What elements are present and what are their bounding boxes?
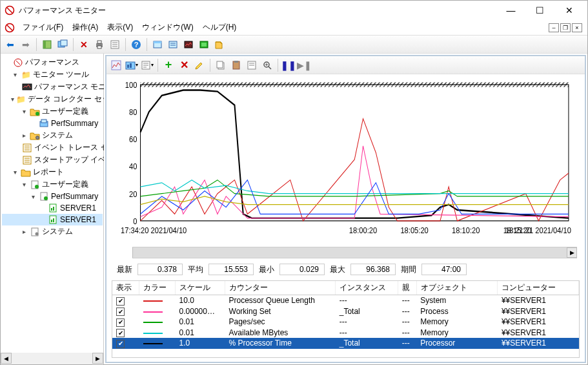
expand-icon[interactable]: ▾ (11, 169, 19, 176)
tb-icon-2[interactable] (166, 37, 180, 52)
cell-scale: 0.01 (176, 328, 225, 339)
back-button[interactable]: ⬅ (3, 37, 17, 52)
copy-button[interactable] (214, 58, 228, 72)
mdi-close[interactable]: × (572, 23, 582, 32)
col-counter[interactable]: カウンター (225, 281, 336, 295)
tree-root[interactable]: パフォーマンス (2, 56, 103, 68)
menu-help[interactable]: ヘルプ(H) (199, 21, 241, 34)
tree-perfsummary-label: PerfSummary (51, 119, 98, 128)
legend-row[interactable]: ✔0.01Pages/sec------Memory¥¥SERVER1 (112, 317, 579, 328)
legend-row[interactable]: ✔10.0Processor Queue Length------System¥… (112, 295, 579, 306)
svg-line-24 (16, 61, 20, 65)
legend-row[interactable]: ✔1.0% Processor Time_Total---Processor¥¥… (112, 338, 579, 349)
expand-icon[interactable]: ▾ (20, 181, 28, 188)
show-checkbox[interactable]: ✔ (116, 318, 125, 327)
tree-hscroll[interactable]: ◀ ▶ (1, 353, 103, 364)
expand-icon[interactable]: ▸ (20, 132, 28, 139)
tree-reports-system[interactable]: ▸ システム (2, 225, 103, 238)
show-checkbox[interactable]: ✔ (116, 308, 125, 316)
add-counter-button[interactable]: + (161, 58, 176, 72)
delete-button[interactable]: ✕ (77, 37, 91, 52)
tree-perf-monitor[interactable]: パフォーマンス モニター (2, 81, 103, 93)
tree-system[interactable]: ▸ システム (2, 129, 103, 141)
forward-button[interactable]: ➡ (19, 37, 33, 52)
trace-icon (22, 143, 32, 153)
expand-icon[interactable]: ▾ (20, 108, 28, 115)
nav-tree[interactable]: パフォーマンス ▾📁 モニター ツール パフォーマンス モニター ▾📁 データ … (1, 54, 104, 353)
remove-counter-button[interactable]: ✕ (177, 58, 191, 72)
col-scale[interactable]: スケール (176, 281, 225, 295)
tree-server1a[interactable]: SERVER1 (2, 202, 103, 214)
expand-icon[interactable]: ▾ (11, 96, 14, 103)
cell-counter: Available MBytes (225, 328, 336, 339)
zoom-button[interactable] (260, 58, 274, 72)
scroll-left-icon[interactable]: ◀ (1, 353, 12, 364)
tree-perfsummary[interactable]: PerfSummary (2, 118, 103, 129)
properties-chart-button[interactable] (245, 58, 259, 72)
main-toolbar: ⬅ ➡ ✕ ? (1, 36, 587, 54)
new-window-button[interactable] (56, 37, 70, 52)
minimize-button[interactable]: — (496, 1, 525, 19)
tree-server1b[interactable]: SERVER1 (2, 214, 103, 225)
col-object[interactable]: オブジェクト (416, 281, 498, 295)
chart[interactable]: 02040608010017:34:20 2021/04/1018:21:21 … (106, 74, 585, 247)
scroll-right-icon[interactable]: ▶ (567, 247, 577, 258)
show-checkbox[interactable]: ✔ (116, 329, 125, 337)
tree-reports[interactable]: ▾ レポート (2, 166, 103, 178)
tree-user-defined[interactable]: ▾ ユーザー定義 (2, 105, 103, 118)
tree-monitor-tools[interactable]: ▾📁 モニター ツール (2, 68, 103, 81)
maximize-button[interactable]: ☐ (525, 1, 554, 19)
paste-button[interactable] (229, 58, 243, 72)
expand-icon[interactable]: ▾ (11, 71, 19, 78)
tree-reports-user[interactable]: ▾ ユーザー定義 (2, 178, 103, 191)
show-hide-tree-button[interactable] (40, 37, 54, 52)
show-checkbox[interactable]: ✔ (116, 340, 125, 348)
tree-startup-label: スタートアップ イベント (34, 154, 104, 165)
view-histogram-button[interactable]: ▾ (125, 58, 139, 72)
expand-icon[interactable]: ▾ (29, 193, 37, 200)
tree-reports-perfsummary[interactable]: ▾ PerfSummary (2, 191, 103, 202)
tb-icon-4[interactable] (197, 37, 211, 52)
expand-icon[interactable]: ▸ (20, 228, 28, 235)
scroll-right-icon[interactable]: ▶ (92, 353, 103, 364)
chart-hscroll[interactable]: ◀ ▶ (132, 247, 577, 258)
legend-scroll[interactable]: 表示 カラー スケール カウンター インスタンス 親 オブジェクト コンピュータ… (112, 281, 579, 357)
svg-text:17:34:20 2021/04/10: 17:34:20 2021/04/10 (121, 225, 187, 235)
tree-startup[interactable]: スタートアップ イベント (2, 154, 103, 166)
tb-icon-3[interactable] (181, 37, 196, 52)
legend-header-row: 表示 カラー スケール カウンター インスタンス 親 オブジェクト コンピュータ… (112, 281, 579, 295)
report-item-icon (48, 214, 58, 225)
show-checkbox[interactable]: ✔ (116, 297, 125, 306)
freeze-button[interactable]: ❚❚ (281, 58, 296, 72)
col-instance[interactable]: インスタンス (336, 281, 398, 295)
tree-event-trace[interactable]: イベント トレース セッション (2, 141, 103, 154)
legend-row[interactable]: ✔0.00000…Working Set_Total---Process¥¥SE… (112, 306, 579, 317)
menu-view[interactable]: 表示(V) (103, 21, 137, 34)
col-parent[interactable]: 親 (398, 281, 417, 295)
svg-text:?: ? (134, 41, 139, 48)
tb-icon-1[interactable] (150, 37, 165, 52)
properties-button[interactable] (108, 37, 122, 52)
menu-file[interactable]: ファイル(F) (19, 21, 67, 34)
col-show[interactable]: 表示 (112, 281, 139, 295)
menu-window[interactable]: ウィンドウ(W) (138, 21, 197, 34)
help-button[interactable]: ? (129, 37, 143, 52)
mdi-minimize[interactable]: – (549, 23, 559, 32)
col-color[interactable]: カラー (139, 281, 176, 295)
col-computer[interactable]: コンピューター (498, 281, 579, 295)
tree-dcs[interactable]: ▾📁 データ コレクター セット (2, 93, 103, 105)
print-button[interactable] (92, 37, 106, 52)
highlight-button[interactable] (192, 58, 207, 72)
legend-row[interactable]: ✔0.01Available MBytes------Memory¥¥SERVE… (112, 328, 579, 339)
view-graph-button[interactable] (109, 58, 123, 72)
tb-icon-5[interactable] (212, 37, 227, 52)
view-report-button[interactable]: ▾ (140, 58, 154, 72)
svg-point-26 (35, 112, 39, 116)
mdi-restore[interactable]: ❐ (560, 23, 571, 32)
menu-action[interactable]: 操作(A) (68, 21, 102, 34)
update-button[interactable]: ▶❚ (297, 58, 311, 72)
tree-perf-monitor-label: パフォーマンス モニター (34, 81, 104, 92)
close-button[interactable]: ✕ (554, 1, 583, 19)
svg-line-3 (7, 25, 12, 30)
scroll-thumb[interactable] (133, 247, 576, 258)
